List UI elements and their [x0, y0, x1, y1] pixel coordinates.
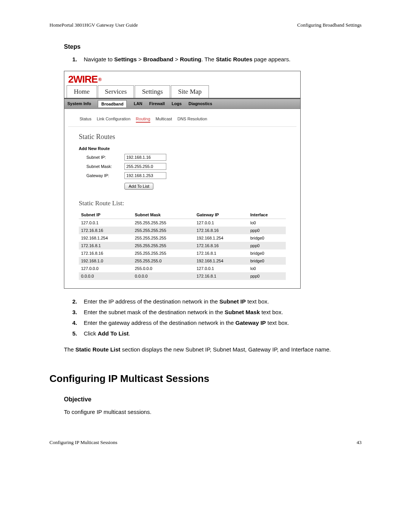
- primary-tabs: HomeServicesSettingsSite Map: [64, 85, 300, 99]
- step-num: 5.: [72, 329, 84, 338]
- step-post: text box.: [266, 320, 289, 326]
- cell: 172.16.8.1: [194, 249, 248, 257]
- cell: 192.168.1.254: [194, 234, 248, 242]
- table-row: 0.0.0.00.0.0.0172.16.8.1ppp0: [79, 272, 286, 280]
- subtab-dns-resolution[interactable]: DNS Resolution: [177, 117, 207, 123]
- footer-page-num: 43: [357, 439, 362, 446]
- cell: 172.16.8.16: [194, 227, 248, 234]
- step: 5.Click Add To List.: [72, 329, 362, 338]
- table-row: 172.16.8.1255.255.255.255172.16.8.16ppp0: [79, 242, 286, 249]
- sub-tabs: StatusLink ConfigurationRoutingMulticast…: [64, 109, 300, 126]
- cell: 127.0.0.1: [79, 219, 132, 227]
- table-row: 127.0.0.1255.255.255.255127.0.0.1lo0: [79, 219, 286, 227]
- secondary-tabs: System InfoBroadbandLANFirewallLogsDiagn…: [64, 99, 300, 109]
- para-post: section displays the new Subnet IP, Subn…: [120, 346, 331, 353]
- col-subnet-mask: Subnet Mask: [132, 211, 194, 219]
- cell: 172.16.8.16: [79, 227, 132, 234]
- step-1-sep2: >: [174, 56, 180, 62]
- cell: ppp0: [248, 272, 286, 280]
- add-to-list-button[interactable]: Add To List: [124, 183, 153, 190]
- cell: 172.16.8.1: [79, 242, 132, 249]
- subtab-link-configuration[interactable]: Link Configuration: [97, 117, 131, 123]
- cell: ppp0: [248, 242, 286, 249]
- doc-title-left: HomePortal 3801HGV Gateway User Guide: [49, 22, 138, 28]
- step-1: 1. Navigate to Settings > Broadband > Ro…: [72, 55, 362, 64]
- objective-heading: Objective: [64, 396, 362, 403]
- subnet-mask-input[interactable]: [124, 163, 166, 170]
- step-num: 4.: [72, 318, 84, 328]
- step-pre: Click: [84, 330, 98, 337]
- tab2-firewall[interactable]: Firewall: [149, 101, 165, 106]
- step-post: text box.: [260, 309, 283, 315]
- step-num: 2.: [72, 297, 84, 306]
- cell: 255.255.255.255: [132, 249, 194, 257]
- step-text: Enter the IP address of the destination …: [84, 297, 362, 306]
- step-1-post1: . The: [201, 56, 216, 62]
- cell: bridge0: [248, 249, 286, 257]
- gateway-ip-label: Gateway IP:: [79, 173, 124, 178]
- tab-home[interactable]: Home: [67, 85, 97, 98]
- objective-text: To configure IP multicast sessions.: [64, 407, 362, 416]
- cell: lo0: [248, 219, 286, 227]
- subtab-routing[interactable]: Routing: [136, 117, 150, 123]
- static-routes-title: Static Routes: [79, 133, 286, 141]
- cell: 192.168.1.0: [79, 257, 132, 265]
- step-1-b3: Routing: [180, 56, 202, 62]
- cell: 127.0.0.1: [194, 265, 248, 272]
- cell: 255.255.255.255: [132, 234, 194, 242]
- cell: ppp0: [248, 227, 286, 234]
- step-bold: Gateway IP: [236, 320, 266, 326]
- cell: 172.16.8.1: [194, 272, 248, 280]
- step-bold: Add To List: [98, 330, 129, 337]
- step-1-sep1: >: [137, 56, 143, 62]
- result-paragraph: The Static Route List section displays t…: [64, 345, 362, 354]
- table-row: 172.16.8.16255.255.255.255172.16.8.1brid…: [79, 249, 286, 257]
- step-text: Enter the gateway address of the destina…: [84, 318, 362, 328]
- cell: 255.255.255.255: [132, 242, 194, 249]
- step: 3.Enter the subnet mask of the destinati…: [72, 308, 362, 317]
- tab2-lan[interactable]: LAN: [134, 101, 142, 106]
- tab-settings[interactable]: Settings: [135, 85, 170, 98]
- tab2-broadband[interactable]: Broadband: [98, 100, 127, 107]
- step-post: text box.: [246, 298, 269, 305]
- step-1-b2: Broadband: [143, 56, 173, 62]
- tab-site-map[interactable]: Site Map: [171, 85, 209, 98]
- subtab-status[interactable]: Status: [80, 117, 91, 123]
- subnet-ip-label: Subnet IP:: [79, 155, 124, 160]
- step-pre: Enter the IP address of the destination …: [84, 298, 220, 305]
- step: 2.Enter the IP address of the destinatio…: [72, 297, 362, 306]
- tab2-system-info[interactable]: System Info: [67, 101, 91, 106]
- brand-logo-dot: ®: [98, 77, 101, 82]
- cell: bridge0: [248, 234, 286, 242]
- tab-services[interactable]: Services: [98, 85, 134, 98]
- subtab-multicast[interactable]: Multicast: [156, 117, 172, 123]
- add-route-heading: Add New Route: [79, 146, 286, 151]
- table-row: 192.168.1.254255.255.255.255192.168.1.25…: [79, 234, 286, 242]
- steps-heading: Steps: [64, 43, 362, 50]
- cell: 192.168.1.254: [79, 234, 132, 242]
- subnet-mask-label: Subnet Mask:: [79, 164, 124, 169]
- cell: 127.0.0.1: [194, 219, 248, 227]
- step-bold: Subnet IP: [220, 298, 246, 305]
- h1-configuring-multicast: Configuring IP Multicast Sessions: [49, 373, 362, 385]
- subnet-ip-input[interactable]: [124, 154, 166, 161]
- gateway-ip-input[interactable]: [124, 172, 166, 179]
- step-text: Enter the subnet mask of the destination…: [84, 308, 362, 317]
- cell: 0.0.0.0: [132, 272, 194, 280]
- table-row: 127.0.0.0255.0.0.0127.0.0.1lo0: [79, 265, 286, 272]
- tab2-diagnostics[interactable]: Diagnostics: [188, 101, 212, 106]
- col-interface: Interface: [248, 211, 286, 219]
- step: 4.Enter the gateway address of the desti…: [72, 318, 362, 328]
- table-row: 172.16.8.16255.255.255.255172.16.8.16ppp…: [79, 227, 286, 234]
- step-post: .: [129, 330, 130, 337]
- step-text: Click Add To List.: [84, 329, 362, 338]
- cell: lo0: [248, 265, 286, 272]
- step-1-num: 1.: [72, 55, 84, 64]
- tab2-logs[interactable]: Logs: [172, 101, 182, 106]
- table-row: 192.168.1.0255.255.255.0192.168.1.254bri…: [79, 257, 286, 265]
- cell: 0.0.0.0: [79, 272, 132, 280]
- cell: 255.255.255.255: [132, 219, 194, 227]
- cell: 192.168.1.254: [194, 257, 248, 265]
- cell: 255.0.0.0: [132, 265, 194, 272]
- step-1-b4: Static Routes: [216, 56, 252, 62]
